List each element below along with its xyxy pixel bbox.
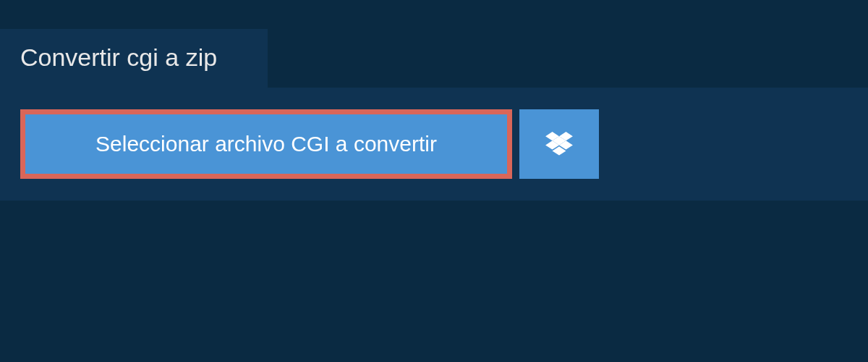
dropbox-button[interactable] bbox=[519, 109, 599, 179]
convert-panel: Seleccionar archivo CGI a convertir bbox=[0, 88, 868, 201]
select-file-button[interactable]: Seleccionar archivo CGI a convertir bbox=[20, 109, 512, 179]
tab-convert[interactable]: Convertir cgi a zip bbox=[0, 29, 268, 88]
button-row: Seleccionar archivo CGI a convertir bbox=[20, 109, 848, 179]
tab-title: Convertir cgi a zip bbox=[20, 43, 217, 71]
select-file-label: Seleccionar archivo CGI a convertir bbox=[95, 132, 437, 156]
dropbox-icon bbox=[545, 132, 573, 156]
